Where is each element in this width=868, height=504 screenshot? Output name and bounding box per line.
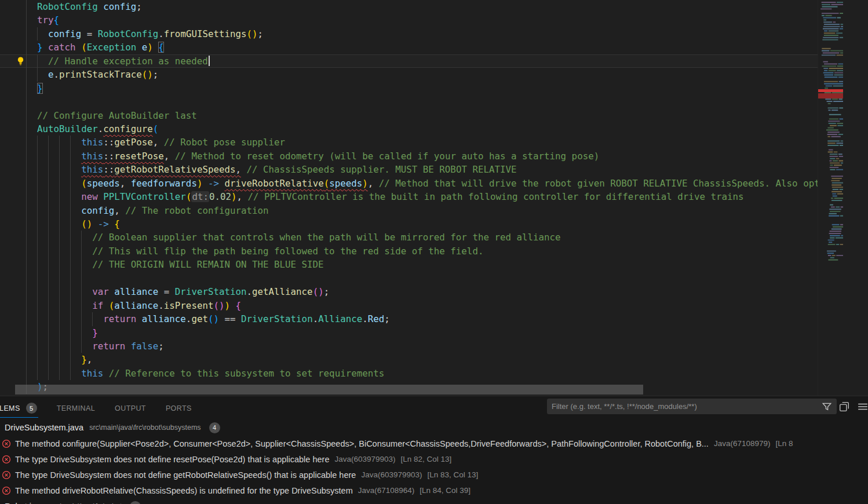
group-count-badge: 4: [209, 422, 220, 433]
code-line[interactable]: // Configure AutoBuilder last: [0, 109, 840, 122]
panel-tab-problems[interactable]: PROBLEMS5: [0, 398, 38, 418]
indent-guide: [48, 272, 49, 285]
code-line[interactable]: // THE ORIGIN WILL REMAIN ON THE BLUE SI…: [0, 258, 840, 271]
code-token: .: [158, 300, 164, 311]
text-cursor: [209, 56, 210, 66]
code-line[interactable]: AutoBuilder.configure(: [0, 122, 840, 136]
minimap[interactable]: [818, 0, 843, 396]
code-line[interactable]: }: [0, 82, 840, 95]
error-icon: [2, 439, 11, 448]
code-line[interactable]: this::resetPose, // Method to reset odom…: [0, 149, 840, 163]
horizontal-scrollbar[interactable]: [15, 385, 643, 395]
code-line[interactable]: config = RobotConfig.fromGUISettings();: [0, 27, 840, 41]
code-line[interactable]: // Handle exception as needed: [0, 54, 840, 68]
code-line[interactable]: this::getRobotRelativeSpeeds, // Chassis…: [0, 163, 840, 176]
code-line[interactable]: // Boolean supplier that controls when t…: [0, 231, 840, 244]
problem-row[interactable]: The type DriveSubsystem does not define …: [0, 467, 868, 483]
problems-tree: DriveSubsystem.javasrc\main\java\frc\rob…: [0, 419, 868, 504]
problems-count-badge: 5: [26, 403, 37, 414]
code-token: [15, 69, 48, 80]
code-token: ;: [258, 28, 264, 39]
code-token: e: [142, 42, 148, 53]
file-path: src\main\java\frc\robot\subsystems: [89, 423, 200, 432]
code-token: isPresent: [164, 300, 214, 311]
code-token: [15, 110, 37, 121]
problems-filter: [547, 399, 837, 414]
problem-row[interactable]: The type DriveSubsystem does not define …: [0, 451, 868, 467]
menu-icon[interactable]: [858, 401, 868, 412]
problem-row[interactable]: The method driveRobotRelative(ChassisSpe…: [0, 483, 868, 498]
code-token: (): [142, 69, 153, 80]
code-token: ;: [153, 69, 159, 80]
code-line[interactable]: new PPLTVController(dt:0.02), // PPLTVCo…: [0, 190, 840, 203]
code-token: try: [37, 14, 54, 25]
code-token: get: [191, 313, 208, 324]
code-token: this: [81, 368, 103, 379]
code-token: [76, 42, 82, 53]
code-token: (): [208, 313, 219, 324]
problems-group-row[interactable]: DriveSubsystem.javasrc\main\java\frc\rob…: [0, 419, 868, 436]
panel-actions: [831, 399, 868, 414]
code-token: [15, 83, 37, 94]
code-token: resetPose: [114, 151, 164, 162]
code-token: Alliance: [318, 313, 362, 324]
code-token: [15, 191, 81, 202]
code-token: [15, 164, 81, 175]
code-token: return: [103, 313, 136, 324]
problem-position: [Ln 82, Col 13]: [401, 455, 452, 463]
indent-guide: [37, 272, 38, 285]
code-token: (): [81, 218, 92, 229]
code-token: [15, 123, 37, 134]
code-line[interactable]: () -> {: [0, 217, 840, 231]
code-editor[interactable]: RobotConfig config; try{ config = RobotC…: [0, 0, 843, 396]
code-line[interactable]: config, // The robot configuration: [0, 204, 840, 217]
code-token: // Method that will drive the robot give…: [379, 178, 831, 189]
code-line[interactable]: this // Reference to this subsystem to s…: [0, 367, 840, 380]
filter-input[interactable]: [547, 399, 822, 414]
code-token: [136, 313, 142, 324]
code-line[interactable]: try{: [0, 13, 840, 27]
code-token: AutoBuilder: [37, 123, 98, 134]
code-line[interactable]: // This will flip the path being followe…: [0, 244, 840, 258]
code-line[interactable]: if (alliance.isPresent()) {: [0, 299, 840, 312]
code-line[interactable]: } catch (Exception e) {: [0, 41, 840, 54]
code-line[interactable]: return alliance.get() == DriverStation.A…: [0, 312, 840, 326]
file-name: DriveSubsystem.java: [5, 423, 83, 432]
code-token: (: [81, 178, 87, 189]
bottom-panel: PROBLEMS5TERMINALOUTPUTPORTS DriveSubsys…: [0, 396, 868, 504]
lightbulb-icon[interactable]: [16, 56, 25, 66]
code-token: [153, 42, 159, 53]
code-line[interactable]: this::getPose, // Robot pose supplier: [0, 136, 840, 149]
code-token: Exception: [87, 42, 137, 53]
panel-tab-output[interactable]: OUTPUT: [114, 398, 147, 418]
code-token: // THE ORIGIN WILL REMAIN ON THE BLUE SI…: [92, 259, 323, 270]
code-line[interactable]: }: [0, 326, 840, 339]
code-token: [109, 286, 115, 297]
code-token: }: [92, 327, 98, 338]
code-token: {: [158, 42, 164, 53]
code-token: (): [247, 28, 258, 39]
code-token: [15, 368, 81, 379]
problems-group-row[interactable]: Robot.javasrc\main\java\frc\robot1: [0, 498, 868, 504]
code-token: .: [362, 313, 368, 324]
code-line[interactable]: e.printStackTrace();: [0, 68, 840, 81]
problem-row[interactable]: The method configure(Supplier<Pose2d>, C…: [0, 436, 868, 451]
code-line[interactable]: },: [0, 353, 840, 366]
panel-tab-ports[interactable]: PORTS: [165, 398, 193, 418]
code-line[interactable]: return false;: [0, 339, 840, 353]
code-area[interactable]: RobotConfig config; try{ config = RobotC…: [0, 0, 840, 396]
panel-tab-terminal[interactable]: TERMINAL: [56, 398, 96, 418]
code-token: (: [81, 42, 87, 53]
code-line[interactable]: [0, 272, 840, 285]
split-panel-icon[interactable]: [839, 401, 849, 412]
code-token: =: [158, 286, 175, 297]
code-token: ;: [136, 1, 142, 12]
code-line[interactable]: (speeds, feedforwards) -> driveRobotRela…: [0, 177, 840, 190]
code-line[interactable]: [0, 95, 840, 108]
code-token: // ChassisSpeeds supplier. MUST BE ROBOT…: [246, 164, 516, 175]
code-token: ,: [114, 205, 125, 216]
code-line[interactable]: RobotConfig config;: [0, 0, 840, 13]
code-token: ::: [103, 151, 114, 162]
error-icon: [2, 486, 11, 495]
code-line[interactable]: var alliance = DriverStation.getAlliance…: [0, 285, 840, 298]
